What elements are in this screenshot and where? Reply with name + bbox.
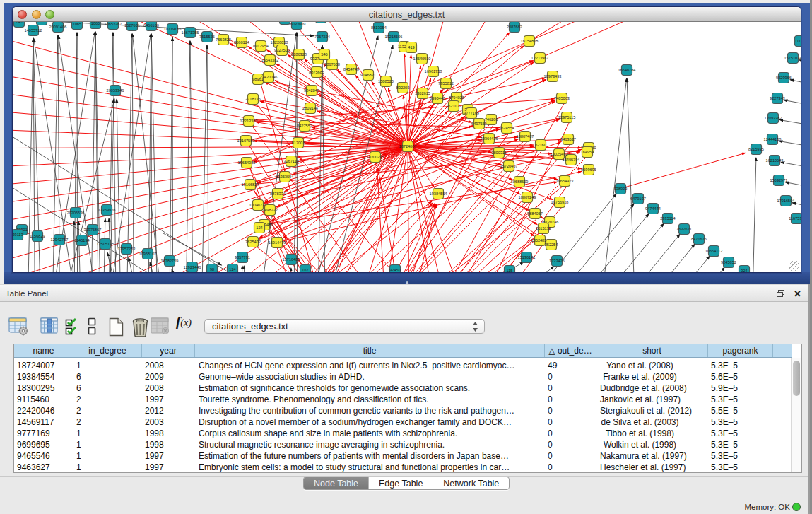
svg-text:22420046: 22420046 <box>260 75 278 79</box>
svg-text:1733426: 1733426 <box>549 259 565 263</box>
svg-text:8990448: 8990448 <box>430 96 445 100</box>
svg-text:8471676: 8471676 <box>691 237 707 241</box>
svg-text:19166827: 19166827 <box>242 182 259 187</box>
svg-text:39113: 39113 <box>13 233 23 237</box>
svg-text:3267110: 3267110 <box>283 159 298 163</box>
svg-text:419: 419 <box>408 45 414 49</box>
svg-text:7357224: 7357224 <box>314 35 330 39</box>
svg-text:10654112: 10654112 <box>705 249 722 253</box>
svg-text:3624554: 3624554 <box>499 126 514 130</box>
svg-text:19654985: 19654985 <box>238 160 256 165</box>
svg-text:19654923: 19654923 <box>556 179 574 183</box>
svg-text:2935114: 2935114 <box>660 216 675 221</box>
svg-text:6466160: 6466160 <box>143 23 159 28</box>
svg-text:9146821: 9146821 <box>360 73 376 77</box>
svg-text:15136141: 15136141 <box>518 255 536 259</box>
svg-text:10973493: 10973493 <box>544 74 562 78</box>
svg-text:9242848: 9242848 <box>304 88 319 93</box>
svg-text:6497568: 6497568 <box>471 122 487 126</box>
svg-text:15720407: 15720407 <box>500 164 518 168</box>
svg-text:18807249: 18807249 <box>519 195 536 199</box>
svg-text:9463627: 9463627 <box>560 137 576 141</box>
svg-text:8427552: 8427552 <box>297 124 312 128</box>
svg-text:546: 546 <box>321 52 327 57</box>
svg-text:20091406: 20091406 <box>49 25 67 29</box>
svg-text:10046728: 10046728 <box>249 203 267 207</box>
svg-text:11353594: 11353594 <box>276 175 293 179</box>
svg-text:30975867: 30975867 <box>84 228 102 232</box>
svg-text:8660124: 8660124 <box>234 40 249 45</box>
svg-text:1167533: 1167533 <box>789 216 801 221</box>
svg-text:2803144: 2803144 <box>302 106 318 110</box>
svg-text:938923: 938923 <box>614 187 628 191</box>
svg-text:7663822: 7663822 <box>216 37 231 42</box>
svg-text:8912954: 8912954 <box>253 44 269 48</box>
svg-text:9327500: 9327500 <box>274 48 290 52</box>
svg-text:1621072: 1621072 <box>446 104 461 108</box>
svg-text:832203: 832203 <box>396 86 410 90</box>
svg-text:1588520: 1588520 <box>378 79 394 83</box>
svg-text:12505135: 12505135 <box>97 242 114 246</box>
svg-text:12093382: 12093382 <box>765 116 782 120</box>
svg-text:16154808: 16154808 <box>521 39 539 43</box>
svg-text:18724007: 18724007 <box>399 144 417 148</box>
svg-text:164957: 164957 <box>581 150 594 154</box>
svg-text:8186328: 8186328 <box>291 52 307 57</box>
svg-text:7515526: 7515526 <box>199 35 215 39</box>
svg-text:20053346: 20053346 <box>107 88 124 93</box>
svg-text:124: 124 <box>229 267 235 271</box>
svg-text:9857791: 9857791 <box>235 255 250 259</box>
svg-text:62160: 62160 <box>535 143 546 147</box>
svg-text:8454749: 8454749 <box>343 67 359 71</box>
svg-text:167: 167 <box>302 268 308 272</box>
svg-text:16648784: 16648784 <box>618 68 636 72</box>
svg-text:92450: 92450 <box>389 268 401 272</box>
svg-text:9227343: 9227343 <box>770 96 785 100</box>
svg-text:817001: 817001 <box>292 141 305 145</box>
svg-text:19756928: 19756928 <box>551 200 569 204</box>
svg-text:16210643: 16210643 <box>766 158 784 163</box>
svg-text:7485063: 7485063 <box>554 96 570 100</box>
svg-text:16543382: 16543382 <box>261 58 279 62</box>
svg-text:15692971: 15692971 <box>770 178 788 182</box>
svg-text:17016504: 17016504 <box>777 199 795 203</box>
svg-text:140: 140 <box>16 22 22 24</box>
svg-text:16914479: 16914479 <box>269 240 286 245</box>
svg-text:19218506: 19218506 <box>385 35 403 39</box>
svg-text:20206536: 20206536 <box>67 211 85 215</box>
svg-text:1615132: 1615132 <box>536 226 551 230</box>
svg-text:98: 98 <box>210 267 214 271</box>
svg-text:16782759: 16782759 <box>161 259 179 263</box>
svg-text:10653267: 10653267 <box>105 22 122 26</box>
svg-text:115: 115 <box>507 269 513 272</box>
svg-text:9777169: 9777169 <box>464 111 479 115</box>
svg-text:7632621: 7632621 <box>676 227 692 231</box>
svg-text:12975115: 12975115 <box>558 115 575 119</box>
svg-text:15716485: 15716485 <box>283 257 300 262</box>
svg-text:924: 924 <box>741 269 747 272</box>
svg-text:1065: 1065 <box>73 22 81 26</box>
svg-text:18640910: 18640910 <box>413 57 431 61</box>
svg-text:2087682: 2087682 <box>507 25 522 29</box>
svg-text:124: 124 <box>256 226 262 230</box>
svg-text:2718176: 2718176 <box>245 97 261 101</box>
svg-text:6479197: 6479197 <box>630 197 646 201</box>
svg-text:3498222: 3498222 <box>262 208 278 212</box>
svg-text:7955812: 7955812 <box>438 81 454 86</box>
svg-text:10719155: 10719155 <box>164 27 182 31</box>
svg-text:9699695: 9699695 <box>581 168 596 172</box>
svg-text:12213383: 12213383 <box>240 119 258 123</box>
svg-text:1527601: 1527601 <box>124 23 140 28</box>
svg-text:1800311: 1800311 <box>491 151 506 155</box>
svg-text:18226058: 18226058 <box>271 40 288 45</box>
svg-text:17957253: 17957253 <box>118 247 136 251</box>
svg-text:19384554: 19384554 <box>430 192 447 196</box>
svg-text:18300295: 18300295 <box>367 155 384 159</box>
svg-text:11172: 11172 <box>795 39 801 43</box>
svg-text:6794028: 6794028 <box>449 95 464 100</box>
svg-text:16961758: 16961758 <box>425 69 442 74</box>
svg-text:9884067: 9884067 <box>527 211 543 216</box>
svg-text:2867608: 2867608 <box>324 62 340 66</box>
svg-text:1156829: 1156829 <box>30 234 45 238</box>
svg-text:8813054: 8813054 <box>371 25 387 30</box>
